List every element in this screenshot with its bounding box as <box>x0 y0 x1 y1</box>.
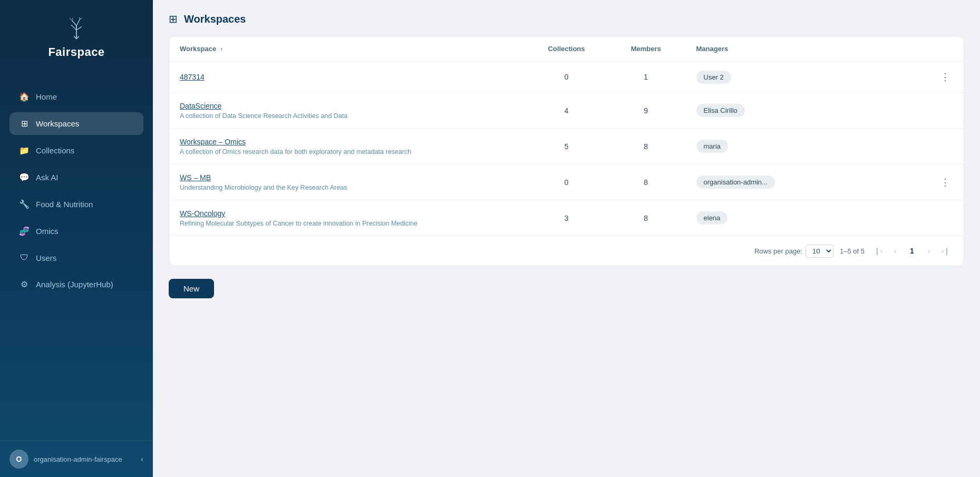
manager-cell: elena <box>686 200 845 236</box>
members-count: 8 <box>606 164 686 200</box>
page-header-icon: ⊞ <box>169 13 178 25</box>
svg-line-1 <box>72 21 76 26</box>
rows-per-page: Rows per page: 10 5 25 50 <box>754 245 833 258</box>
manager-cell: organisation-admin... <box>686 164 845 200</box>
analysis-icon: ⚙ <box>19 279 30 289</box>
sidebar-item-omics[interactable]: 🧬 Omics <box>9 220 143 242</box>
page-title: Workspaces <box>184 13 246 25</box>
sidebar-item-analysis-label: Analysis (JupyterHub) <box>36 280 113 289</box>
sidebar-item-users[interactable]: 🛡 Users <box>9 247 143 269</box>
workspace-link[interactable]: WS – MB <box>180 173 211 182</box>
actions-cell: ⋮ <box>845 62 964 93</box>
sidebar-item-food-nutrition[interactable]: 🔧 Food & Nutrition <box>9 193 143 216</box>
table-header-row: Workspace ↑ Collections Members Managers <box>169 36 964 62</box>
actions-cell: ⋮ <box>845 164 964 200</box>
page-1-button[interactable]: 1 <box>905 244 919 258</box>
workspace-link[interactable]: DataScience <box>180 102 221 110</box>
workspace-description: A collection of Omics research data for … <box>180 148 516 155</box>
workspace-cell: WS – MBUnderstanding Microbiology and th… <box>169 164 527 200</box>
svg-line-4 <box>76 26 82 30</box>
rows-per-page-label: Rows per page: <box>754 247 802 255</box>
sidebar-item-ask-ai[interactable]: 💬 Ask AI <box>9 166 143 189</box>
sidebar-item-collections-label: Collections <box>36 146 74 155</box>
manager-badge: organisation-admin... <box>696 176 775 189</box>
workspace-description: A collection of Data Science Research Ac… <box>180 112 516 120</box>
col-header-managers[interactable]: Managers <box>686 36 845 62</box>
sidebar-item-workspaces[interactable]: ⊞ Workspaces <box>9 112 143 135</box>
table-row: WS-OncologyRefining Molecular Subtypes o… <box>169 200 964 236</box>
main-content: ⊞ Workspaces Workspace ↑ Collections Mem… <box>153 0 980 477</box>
collections-count: 5 <box>527 129 606 164</box>
sidebar-item-analysis[interactable]: ⚙ Analysis (JupyterHub) <box>9 273 143 296</box>
workspace-link[interactable]: WS-Oncology <box>180 209 225 218</box>
manager-cell: Elisa Cirillo <box>686 93 845 129</box>
table-row: Workspace – OmicsA collection of Omics r… <box>169 129 964 164</box>
home-icon: 🏠 <box>19 92 30 102</box>
svg-line-2 <box>76 19 80 26</box>
actions-cell <box>845 200 964 236</box>
actions-cell <box>845 93 964 129</box>
sidebar-item-food-nutrition-label: Food & Nutrition <box>36 200 93 209</box>
user-name: organisation-admin-fairspace <box>34 455 135 463</box>
manager-badge: maria <box>696 140 729 153</box>
sidebar-item-home[interactable]: 🏠 Home <box>9 85 143 108</box>
users-icon: 🛡 <box>19 253 30 262</box>
sidebar: Fairspace 🏠 Home ⊞ Workspaces 📁 Collecti… <box>0 0 153 477</box>
workspace-cell: Workspace – OmicsA collection of Omics r… <box>169 129 527 164</box>
manager-cell: maria <box>686 129 845 164</box>
avatar: O <box>9 450 28 469</box>
first-page-button[interactable]: ❙‹ <box>871 244 886 258</box>
new-workspace-button[interactable]: New <box>169 279 214 298</box>
workspaces-table-card: Workspace ↑ Collections Members Managers… <box>169 36 964 266</box>
workspace-cell: 487314 <box>169 62 527 93</box>
workspaces-icon: ⊞ <box>19 119 30 129</box>
omics-icon: 🧬 <box>19 226 30 236</box>
pagination: Rows per page: 10 5 25 50 1–5 of 5 ❙‹ ‹ … <box>169 236 964 266</box>
next-page-button[interactable]: › <box>921 244 936 258</box>
last-page-button[interactable]: ›❙ <box>938 244 953 258</box>
rows-per-page-select[interactable]: 10 5 25 50 <box>806 245 833 258</box>
svg-line-8 <box>80 18 82 20</box>
manager-cell: User 2 <box>686 62 845 93</box>
members-count: 8 <box>606 129 686 164</box>
more-actions-button[interactable]: ⋮ <box>937 176 953 189</box>
food-nutrition-icon: 🔧 <box>19 199 30 209</box>
workspace-description: Understanding Microbiology and the Key R… <box>180 184 516 191</box>
app-title: Fairspace <box>48 45 104 59</box>
col-header-members[interactable]: Members <box>606 36 686 62</box>
actions-cell <box>845 129 964 164</box>
sidebar-footer: O organisation-admin-fairspace ‹ <box>0 441 153 477</box>
col-header-collections[interactable]: Collections <box>527 36 606 62</box>
members-count: 8 <box>606 200 686 236</box>
logo-icon <box>63 16 90 42</box>
manager-badge: elena <box>696 211 728 225</box>
svg-line-3 <box>71 25 76 30</box>
page-navigation: ❙‹ ‹ 1 › ›❙ <box>871 244 953 258</box>
more-actions-button[interactable]: ⋮ <box>937 70 953 84</box>
sidebar-item-workspaces-label: Workspaces <box>36 119 79 128</box>
logo-area: Fairspace <box>48 11 104 70</box>
sort-icon-workspace: ↑ <box>220 46 224 52</box>
sidebar-item-ask-ai-label: Ask AI <box>36 173 59 182</box>
workspace-link[interactable]: 487314 <box>180 73 205 81</box>
prev-page-button[interactable]: ‹ <box>888 244 903 258</box>
collapse-sidebar-button[interactable]: ‹ <box>141 455 143 463</box>
collections-count: 3 <box>527 200 606 236</box>
ask-ai-icon: 💬 <box>19 172 30 182</box>
table-row: DataScienceA collection of Data Science … <box>169 93 964 129</box>
col-header-workspace[interactable]: Workspace ↑ <box>169 36 527 62</box>
members-count: 9 <box>606 93 686 129</box>
manager-badge: User 2 <box>696 71 731 84</box>
sidebar-item-collections[interactable]: 📁 Collections <box>9 139 143 162</box>
members-count: 1 <box>606 62 686 93</box>
workspace-link[interactable]: Workspace – Omics <box>180 138 246 146</box>
collections-count: 4 <box>527 93 606 129</box>
col-header-actions <box>845 36 964 62</box>
page-header: ⊞ Workspaces <box>169 13 964 25</box>
workspace-description: Refining Molecular Subtypes of Cancer to… <box>180 220 516 227</box>
workspace-cell: DataScienceA collection of Data Science … <box>169 93 527 129</box>
sidebar-item-omics-label: Omics <box>36 227 59 236</box>
avatar-initials: O <box>16 455 22 463</box>
nav-menu: 🏠 Home ⊞ Workspaces 📁 Collections 💬 Ask … <box>0 85 153 296</box>
table-row: WS – MBUnderstanding Microbiology and th… <box>169 164 964 200</box>
